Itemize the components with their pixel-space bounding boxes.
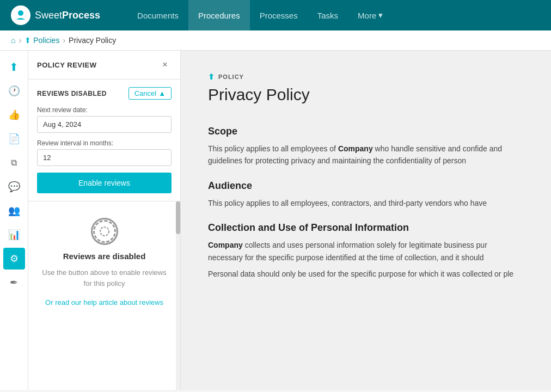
next-review-input[interactable] — [37, 116, 172, 133]
content-area: ⬆ POLICY Privacy Policy Scope This polic… — [181, 51, 551, 390]
main-layout: ⬆ 🕐 👍 📄 ⧉ 💬 👥 📊 ⚙ ✒ POLICY REVIEW × REVI… — [0, 51, 551, 390]
policy-tag-label: POLICY — [218, 74, 244, 80]
panel-body: REVIEWS DISABLED Cancel ▲ Next review da… — [28, 79, 180, 201]
panel-scroll-area: Reviews are disabled Use the button abov… — [28, 201, 180, 390]
svg-point-1 — [100, 227, 109, 236]
next-review-field: Next review date: — [37, 106, 172, 133]
next-review-label: Next review date: — [37, 106, 172, 114]
policy-tag: ⬆ POLICY — [208, 72, 524, 81]
breadcrumb: ⌂ › ⬆ Policies › Privacy Policy — [0, 30, 551, 51]
chevron-up-icon: ▲ — [158, 89, 166, 97]
disabled-reviews-icon — [91, 218, 118, 245]
interval-input[interactable] — [37, 149, 172, 166]
panel-title: POLICY REVIEW — [37, 61, 97, 69]
sidebar-doc-btn[interactable]: 📄 — [3, 128, 25, 150]
page-title: Privacy Policy — [208, 85, 524, 104]
nav-tasks[interactable]: Tasks — [308, 0, 348, 30]
section-scope-title: Scope — [208, 126, 524, 137]
breadcrumb-home[interactable]: ⌂ — [11, 36, 15, 45]
nav-documents[interactable]: Documents — [127, 0, 188, 30]
sidebar-clock-btn[interactable]: 🕐 — [3, 80, 25, 102]
logo[interactable]: SweetProcess — [11, 5, 100, 25]
section-collection-title: Collection and Use of Personal Informati… — [208, 222, 524, 234]
breadcrumb-policies[interactable]: ⬆ Policies — [25, 36, 59, 45]
sidebar-copy-btn[interactable]: ⧉ — [3, 152, 25, 174]
upload-icon-breadcrumb: ⬆ — [25, 36, 31, 45]
sidebar-people-btn[interactable]: 👥 — [3, 200, 25, 222]
sidebar-thumb-btn[interactable]: 👍 — [3, 104, 25, 126]
interval-label: Review interval in months: — [37, 139, 172, 147]
reviews-status-label: REVIEWS DISABLED — [37, 90, 107, 97]
nav-links: Documents Procedures Processes Tasks Mor… — [127, 0, 393, 30]
section-audience-title: Audience — [208, 180, 524, 192]
breadcrumb-sep-1: › — [19, 36, 21, 45]
help-article-link[interactable]: Or read our help article about reviews — [45, 297, 163, 308]
section-collection-body: Company collects and uses personal infor… — [208, 239, 524, 264]
sidebar-upload-btn[interactable]: ⬆ — [3, 56, 25, 78]
section-scope-body: This policy applies to all employees of … — [208, 143, 524, 167]
section-audience-body: This policy applies to all employees, co… — [208, 197, 524, 209]
interval-field: Review interval in months: — [37, 139, 172, 166]
scrollbar-thumb[interactable] — [176, 201, 180, 234]
disabled-title: Reviews are disabled — [63, 252, 146, 261]
panel-header: POLICY REVIEW × — [28, 51, 180, 79]
cancel-label: Cancel — [134, 89, 156, 97]
logo-icon — [11, 5, 30, 25]
svg-point-0 — [18, 10, 23, 16]
icon-sidebar: ⬆ 🕐 👍 📄 ⧉ 💬 👥 📊 ⚙ ✒ — [0, 51, 28, 390]
panel-close-button[interactable]: × — [158, 58, 172, 71]
nav-procedures[interactable]: Procedures — [188, 0, 250, 30]
sidebar-chart-btn[interactable]: 📊 — [3, 224, 25, 246]
cancel-button[interactable]: Cancel ▲ — [128, 87, 172, 100]
enable-reviews-button[interactable]: Enable reviews — [37, 173, 172, 193]
scrollbar-track[interactable] — [176, 201, 180, 390]
breadcrumb-current: Privacy Policy — [69, 36, 116, 45]
sidebar-chat-btn[interactable]: 💬 — [3, 176, 25, 198]
logo-text: SweetProcess — [35, 10, 100, 21]
sidebar-gear-btn[interactable]: ⚙ — [3, 248, 25, 270]
policy-tag-icon: ⬆ — [208, 72, 215, 81]
disabled-desc: Use the button above to enable reviews f… — [39, 267, 169, 289]
section-extra-body: Personal data should only be used for th… — [208, 268, 524, 280]
nav-more[interactable]: More ▾ — [348, 0, 393, 30]
top-navigation: SweetProcess Documents Procedures Proces… — [0, 0, 551, 30]
breadcrumb-sep-2: › — [63, 36, 65, 45]
sidebar-signature-btn[interactable]: ✒ — [3, 272, 25, 293]
status-row: REVIEWS DISABLED Cancel ▲ — [37, 87, 172, 100]
chevron-down-icon: ▾ — [378, 10, 383, 20]
policy-review-panel: POLICY REVIEW × REVIEWS DISABLED Cancel … — [28, 51, 181, 390]
nav-processes[interactable]: Processes — [250, 0, 308, 30]
